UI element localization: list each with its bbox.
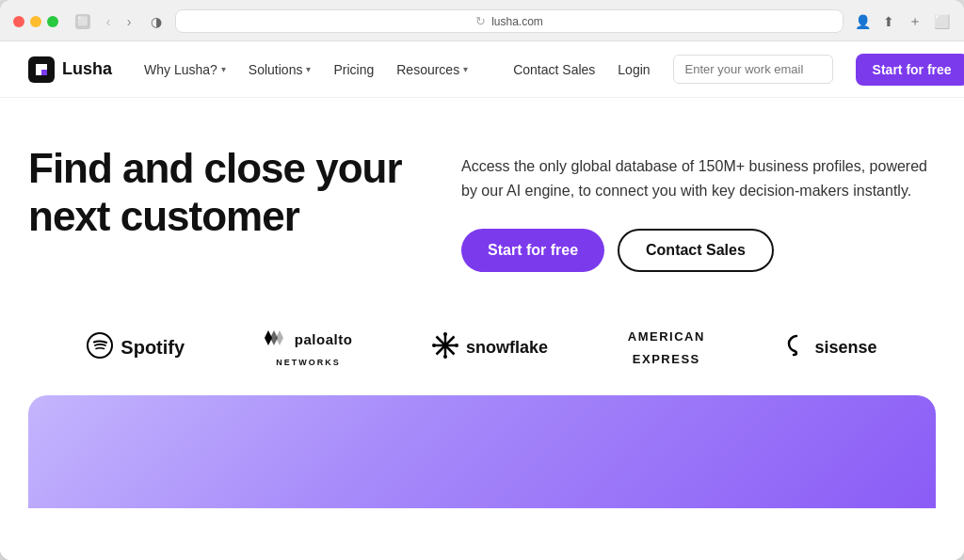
close-button[interactable]	[13, 16, 24, 27]
new-tab-icon[interactable]: ＋	[906, 12, 924, 31]
snowflake-label: snowflake	[466, 338, 548, 358]
amex-logo: AMERICAN EXPRESS	[628, 329, 705, 366]
browser-actions: 👤 ⬆ ＋ ⬜	[853, 12, 951, 31]
snowflake-logo: snowflake	[432, 332, 548, 363]
share-icon[interactable]: ⬆	[879, 12, 898, 31]
paloalto-icon	[265, 328, 289, 350]
sisense-label: sisense	[815, 338, 877, 358]
snowflake-icon	[432, 332, 458, 363]
svg-point-9	[455, 344, 458, 347]
person-icon[interactable]: 👤	[853, 12, 872, 31]
logo-text: Lusha	[62, 59, 112, 79]
nav-item-solutions[interactable]: Solutions ▾	[249, 62, 312, 77]
amex-line2: EXPRESS	[633, 352, 700, 367]
lusha-logo-icon	[28, 56, 55, 83]
nav-resources-label: Resources	[396, 62, 459, 77]
spotify-logo: Spotify	[87, 332, 185, 363]
navbar: Lusha Why Lusha? ▾ Solutions ▾ Pricing R…	[0, 41, 964, 98]
nav-item-pricing[interactable]: Pricing	[333, 62, 374, 77]
chevron-down-icon: ▾	[306, 64, 311, 74]
traffic-lights	[13, 16, 58, 27]
browser-window: ⬜ ‹ › ◑ ↻ lusha.com 👤 ⬆ ＋ ⬜	[0, 0, 964, 560]
nav-contact-sales-link[interactable]: Contact Sales	[513, 62, 595, 77]
start-free-nav-button[interactable]: Start for free	[856, 54, 964, 86]
sisense-icon	[785, 334, 808, 361]
start-free-button[interactable]: Start for free	[461, 229, 604, 272]
back-button[interactable]: ‹	[100, 13, 117, 30]
paloalto-name: paloalto	[295, 331, 353, 347]
browser-chrome: ⬜ ‹ › ◑ ↻ lusha.com 👤 ⬆ ＋ ⬜	[0, 0, 964, 41]
tabs-icon[interactable]: ⬜	[932, 12, 951, 31]
purple-banner	[28, 395, 936, 508]
spotify-label: Spotify	[120, 337, 185, 359]
minimize-button[interactable]	[30, 16, 41, 27]
page-content: Lusha Why Lusha? ▾ Solutions ▾ Pricing R…	[0, 41, 964, 560]
sisense-logo: sisense	[785, 334, 877, 361]
nav-item-why-lusha[interactable]: Why Lusha? ▾	[144, 62, 226, 77]
nav-login-link[interactable]: Login	[618, 62, 650, 77]
logos-section: Spotify paloalto NETWORKS	[0, 300, 964, 395]
paloalto-networks: NETWORKS	[276, 358, 341, 367]
forward-button[interactable]: ›	[120, 13, 137, 30]
chevron-down-icon: ▾	[463, 64, 468, 74]
hero-heading: Find and close your next customer	[28, 145, 424, 240]
address-bar[interactable]: ↻ lusha.com	[175, 9, 844, 33]
maximize-button[interactable]	[47, 16, 58, 27]
nav-solutions-label: Solutions	[249, 62, 303, 77]
amex-line1: AMERICAN	[628, 329, 705, 344]
hero-right: Access the only global database of 150M+…	[461, 145, 936, 272]
address-bar-row: ◑ ↻ lusha.com 👤 ⬆ ＋ ⬜	[147, 9, 951, 33]
spotify-icon	[87, 332, 113, 363]
hero-description: Access the only global database of 150M+…	[461, 154, 936, 202]
svg-point-6	[443, 332, 447, 336]
hero-section: Find and close your next customer Access…	[0, 98, 964, 300]
nav-why-lusha-label: Why Lusha?	[144, 62, 217, 77]
svg-point-8	[432, 344, 436, 347]
nav-arrows: ‹ ›	[100, 13, 137, 30]
hero-left: Find and close your next customer	[28, 145, 424, 240]
url-text: lusha.com	[491, 15, 543, 28]
nav-pricing-label: Pricing	[333, 62, 374, 77]
svg-point-1	[88, 333, 112, 358]
hero-buttons: Start for free Contact Sales	[461, 229, 936, 272]
browser-titlebar: ⬜ ‹ › ◑ ↻ lusha.com 👤 ⬆ ＋ ⬜	[13, 9, 951, 33]
nav-item-resources[interactable]: Resources ▾	[396, 62, 468, 77]
chevron-down-icon: ▾	[221, 64, 226, 74]
reload-icon[interactable]: ↻	[475, 14, 486, 28]
email-input[interactable]	[673, 55, 833, 84]
window-controls: ⬜	[75, 14, 90, 29]
brightness-icon: ◑	[147, 12, 166, 31]
logo[interactable]: Lusha	[28, 56, 112, 83]
svg-point-7	[443, 355, 447, 359]
sidebar-toggle-icon[interactable]: ⬜	[75, 14, 90, 29]
paloalto-logo: paloalto NETWORKS	[265, 328, 353, 367]
contact-sales-button[interactable]: Contact Sales	[618, 229, 774, 272]
